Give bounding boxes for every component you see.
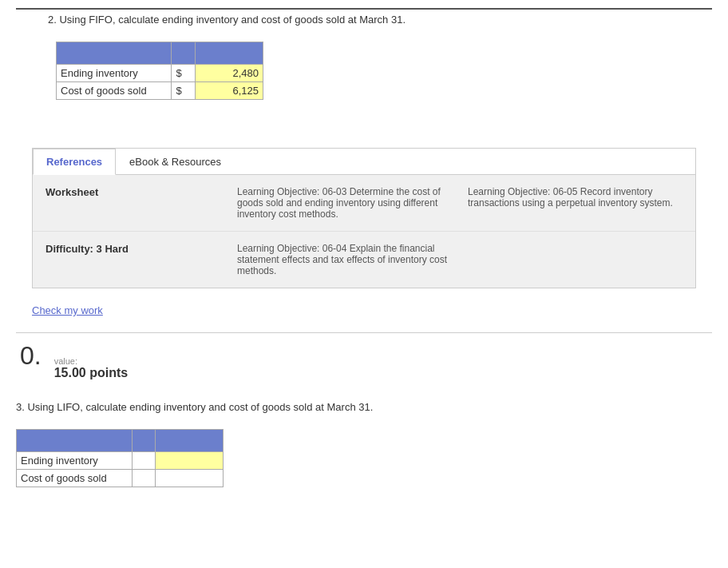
ref-obj1: Learning Objective: 06-03 Determine the …	[237, 186, 452, 220]
tab-references[interactable]: References	[33, 149, 116, 175]
question2-table: Ending inventory$2,480Cost of goods sold…	[56, 42, 263, 100]
points-detail: value: 15.00 points	[54, 356, 128, 380]
ref-obj2: Learning Objective: 06-05 Record invento…	[468, 186, 682, 220]
points-value-label: value:	[54, 356, 128, 366]
tabs-bar: References eBook & Resources	[33, 149, 695, 175]
table-row: Cost of goods sold$6,125	[57, 82, 263, 100]
row-label: Ending inventory	[57, 65, 172, 82]
row-label: Cost of goods sold	[57, 82, 172, 100]
check-work-link[interactable]: Check my work	[32, 304, 103, 316]
question2-table-section: Ending inventory$2,480Cost of goods sold…	[56, 42, 712, 100]
references-content: WorksheetLearning Objective: 06-03 Deter…	[33, 175, 695, 288]
references-section: References eBook & Resources WorksheetLe…	[32, 148, 696, 288]
col-header-currency	[172, 42, 196, 65]
question3-table: Ending inventoryCost of goods sold	[16, 429, 224, 487]
row-currency	[132, 452, 156, 470]
question2-header: 2. Using FIFO, calculate ending inventor…	[16, 8, 712, 34]
table-row: Ending inventory$2,480	[57, 65, 263, 82]
q3-col-header-amount	[156, 430, 224, 452]
q3-col-header-label	[17, 430, 133, 452]
row-currency: $	[172, 82, 196, 100]
row-amount[interactable]	[156, 452, 224, 470]
ref-objectives: Learning Objective: 06-04 Explain the fi…	[237, 243, 682, 276]
q3-col-header-currency	[132, 430, 156, 452]
question3-table-section: Ending inventoryCost of goods sold	[16, 429, 712, 487]
tab-ebook[interactable]: eBook & Resources	[116, 149, 235, 175]
table-row: Ending inventory	[17, 452, 224, 470]
col-header-amount	[196, 42, 263, 65]
points-number: 0.	[16, 341, 42, 371]
col-header-label	[57, 42, 172, 65]
points-value: 15.00 points	[54, 366, 128, 380]
row-label: Cost of goods sold	[17, 470, 133, 487]
ref-obj1: Learning Objective: 06-04 Explain the fi…	[237, 243, 452, 276]
row-currency	[132, 470, 156, 487]
row-amount[interactable]: 6,125	[196, 82, 263, 100]
check-work-section: Check my work	[16, 296, 712, 332]
ref-row: Difficulty: 3 HardLearning Objective: 06…	[33, 232, 695, 288]
ref-row: WorksheetLearning Objective: 06-03 Deter…	[33, 175, 695, 232]
ref-row-label: Worksheet	[46, 186, 237, 220]
ref-objectives: Learning Objective: 06-03 Determine the …	[237, 186, 682, 220]
row-amount[interactable]: 2,480	[196, 65, 263, 82]
ref-row-label: Difficulty: 3 Hard	[46, 243, 237, 276]
table-row: Cost of goods sold	[17, 470, 224, 487]
points-section: 0. value: 15.00 points	[16, 332, 712, 388]
row-currency: $	[172, 65, 196, 82]
question3-header: 3. Using LIFO, calculate ending inventor…	[16, 395, 712, 421]
row-amount[interactable]	[156, 470, 224, 487]
row-label: Ending inventory	[17, 452, 133, 470]
ref-obj2	[468, 243, 682, 276]
